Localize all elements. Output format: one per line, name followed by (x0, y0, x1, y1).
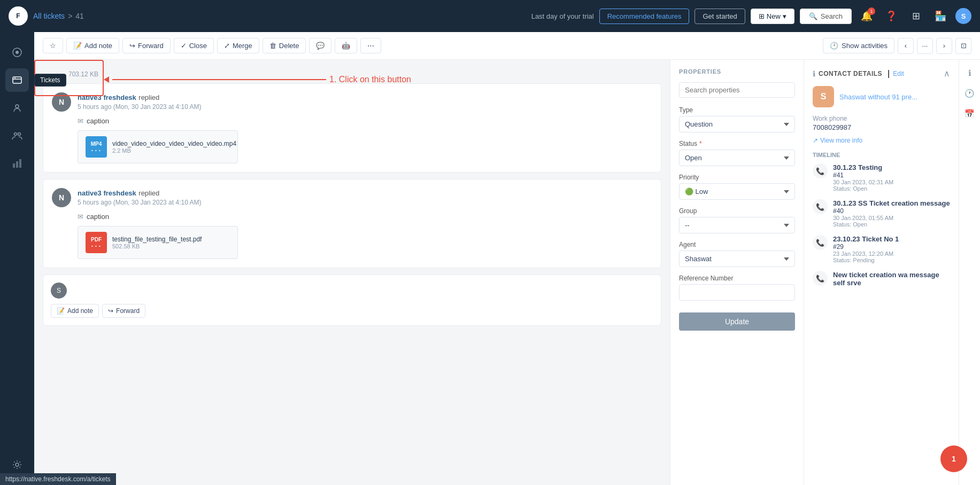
merge-button[interactable]: ⤢ Merge (217, 38, 259, 53)
sidebar-item-groups[interactable] (5, 124, 29, 147)
timeline-title: 30.1.23 SS Ticket creation message (833, 199, 950, 207)
top-nav: F All tickets > 41 Last day of your tria… (0, 0, 980, 32)
sidebar-item-tickets[interactable]: Tickets (5, 68, 29, 92)
timeline-section: Timeline 📞 30.1.23 Testing #41 30 Jan 20… (813, 152, 950, 287)
notification-badge: 1 (868, 7, 875, 15)
breadcrumb-link[interactable]: All tickets (33, 12, 65, 20)
agent-select[interactable]: Shaswat (679, 251, 795, 267)
app-logo: F (9, 6, 28, 26)
add-note-button[interactable]: 📝 Add note (66, 38, 119, 53)
apps-button[interactable]: ⊞ (906, 6, 925, 26)
user-avatar[interactable]: S (955, 8, 971, 24)
sidebar-item-contacts[interactable] (5, 96, 29, 120)
sidebar-item-reports[interactable] (5, 152, 29, 175)
reply-avatar: N (52, 92, 71, 112)
bot-icon: 🤖 (342, 42, 350, 50)
svg-point-3 (16, 51, 19, 54)
svg-text:F: F (16, 12, 20, 20)
attach-filesize: 2.2 MB (112, 147, 236, 154)
reply-caption-text: caption (87, 117, 109, 125)
contact-panel: ℹ CONTACT DETAILS | Edit ∧ S Shaswat wit… (804, 60, 959, 485)
star-icon: ☆ (50, 42, 56, 50)
calendar-panel-icon[interactable]: 📅 (962, 106, 978, 122)
info-panel-icon[interactable]: ℹ (962, 65, 978, 81)
status-select[interactable]: Open Pending Resolved Closed (679, 150, 795, 166)
attachment-mp4[interactable]: MP4 • • • video_video_video_video_video_… (78, 130, 238, 163)
collapse-button[interactable]: ∧ (944, 68, 950, 79)
update-button[interactable]: Update (679, 312, 795, 331)
reply-time: 5 hours ago (Mon, 30 Jan 2023 at 4:10 AM… (78, 103, 201, 111)
show-activities-button[interactable]: 🕐 Show activities (823, 38, 894, 53)
prev-ticket-button[interactable]: ‹ (898, 38, 914, 54)
timeline-date: 30 Jan 2023, 01:55 AM (833, 215, 950, 221)
reply-time: 5 hours ago (Mon, 30 Jan 2023 at 4:10 AM… (78, 199, 201, 206)
compose-forward-button[interactable]: ↪ Forward (102, 304, 145, 318)
timeline-label: Timeline (813, 152, 950, 158)
plus-icon: ⊞ (759, 12, 765, 20)
new-button[interactable]: ⊞ New ▾ (751, 9, 794, 24)
search-button[interactable]: 🔍 Search (800, 9, 852, 24)
svg-point-6 (16, 105, 19, 108)
type-select[interactable]: Question Incident Problem Feature Reques… (679, 116, 795, 132)
reply-action: replied (138, 93, 159, 101)
recommended-features-button[interactable]: Recommended features (599, 9, 690, 24)
compose-forward-icon: ↪ (108, 307, 113, 315)
compose-add-note-button[interactable]: 📝 Add note (51, 304, 99, 318)
properties-search-input[interactable] (679, 82, 795, 98)
timeline-date: 23 Jan 2023, 12:20 AM (833, 251, 950, 257)
chat-icon-button[interactable]: 💬 (309, 38, 331, 53)
left-sidebar: Tickets (0, 32, 34, 485)
view-more-link[interactable]: ↗ View more info (813, 137, 950, 144)
group-select[interactable]: -- (679, 217, 795, 233)
svg-point-7 (14, 133, 17, 136)
delete-button[interactable]: 🗑 Delete (263, 38, 306, 53)
phone-icon: 📞 (813, 271, 828, 286)
trial-text: Last day of your trial (531, 12, 594, 20)
notification-widget[interactable]: 1 (940, 445, 967, 472)
timeline-id: #29 (833, 243, 950, 251)
reference-input[interactable] (679, 284, 795, 301)
notifications-button[interactable]: 🔔 1 (857, 6, 876, 26)
expand-button[interactable]: ⊡ (955, 38, 971, 54)
tickets-tooltip: Tickets (34, 74, 66, 87)
svg-rect-11 (19, 159, 21, 168)
clock-panel-icon[interactable]: 🕐 (962, 85, 978, 101)
help-button[interactable]: ❓ (882, 6, 901, 26)
far-right-panel: ℹ 🕐 📅 (959, 60, 980, 485)
phone-icon: 📞 (813, 199, 828, 214)
next-ticket-button[interactable]: › (936, 38, 952, 54)
chevron-down-icon: ▾ (783, 12, 786, 20)
timeline-status: Status: Pending (833, 257, 950, 263)
contact-panel-header: ℹ CONTACT DETAILS | Edit ∧ (813, 68, 950, 79)
bot-icon-button[interactable]: 🤖 (335, 38, 357, 53)
contact-name[interactable]: Shaswat without 91 pre... (839, 93, 917, 101)
star-button[interactable]: ☆ (43, 38, 63, 53)
contact-panel-title: CONTACT DETAILS (819, 70, 882, 77)
email-icon: ✉ (78, 213, 83, 221)
type-field: Type Question Incident Problem Feature R… (679, 106, 795, 132)
sidebar-item-home[interactable] (5, 41, 29, 64)
reference-label: Reference Number (679, 275, 795, 282)
reference-field: Reference Number (679, 275, 795, 301)
forward-button[interactable]: ↪ Forward (122, 38, 171, 53)
file-size-header: 703.12 KB (43, 68, 661, 83)
more-nav-button[interactable]: ··· (917, 38, 933, 54)
contact-avatar: S (813, 86, 834, 107)
reply-caption-text: caption (87, 213, 109, 221)
close-button[interactable]: ✓ Close (174, 38, 214, 53)
work-phone-value: 7008029987 (813, 123, 950, 131)
timeline-item: 📞 30.1.23 Testing #41 30 Jan 2023, 02:31… (813, 163, 950, 192)
required-indicator: * (699, 140, 702, 147)
check-icon: ✓ (181, 42, 187, 50)
get-started-button[interactable]: Get started (695, 9, 745, 24)
priority-select[interactable]: 🟢 Low 🟡 Medium 🔴 High 🔴 Urgent (679, 183, 795, 200)
merge-icon: ⤢ (224, 42, 230, 50)
phone-icon: 📞 (813, 163, 828, 178)
timeline-status: Status: Open (833, 185, 950, 192)
marketplace-button[interactable]: 🏪 (931, 6, 950, 26)
contact-edit-link[interactable]: Edit (893, 70, 904, 77)
more-options-button[interactable]: ⋯ (360, 38, 381, 53)
attachment-pdf[interactable]: PDF • • • testing_file_testing_file_test… (78, 226, 238, 259)
chat-icon: 💬 (316, 42, 325, 50)
group-field: Group -- (679, 207, 795, 233)
